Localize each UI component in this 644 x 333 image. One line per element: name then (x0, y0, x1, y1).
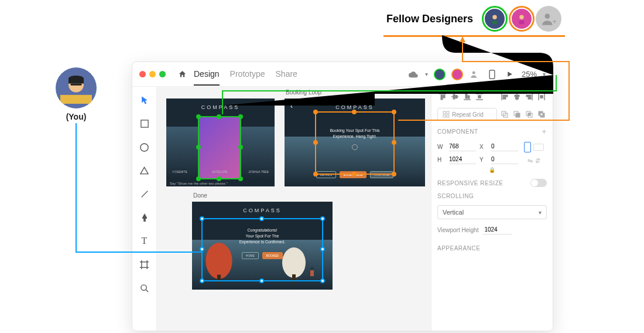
svg-rect-70 (540, 113, 543, 115)
align-right-icon[interactable] (524, 91, 535, 102)
svg-rect-41 (468, 96, 470, 98)
align-vcenter-icon[interactable] (450, 91, 460, 102)
play-icon[interactable] (504, 69, 516, 80)
artboard-tool-icon[interactable] (138, 258, 151, 271)
you-label: (You) (56, 112, 97, 121)
close-window-icon[interactable] (139, 71, 146, 77)
ellipse-tool-icon[interactable] (138, 141, 151, 154)
line-tool-icon[interactable] (138, 188, 151, 201)
canvas[interactable]: COMPASS Say "Show me the other two pleas… (157, 87, 431, 331)
select-tool-icon[interactable] (138, 94, 151, 107)
landscape-button[interactable] (533, 144, 544, 151)
lock-aspect-icon[interactable]: 🔒 (437, 167, 547, 173)
artboard-2-label: Booking Loop (286, 89, 321, 96)
repeat-grid-button[interactable]: Repeat Grid (437, 108, 497, 121)
zoom-level[interactable]: 25% (522, 70, 537, 79)
component-section-header: COMPONENT + (437, 127, 547, 136)
viewport-height-input[interactable] (483, 225, 512, 235)
svg-point-2 (519, 15, 523, 19)
svg-rect-46 (503, 95, 508, 97)
x-input[interactable] (491, 142, 518, 151)
align-top-icon[interactable] (437, 91, 448, 102)
artboard-3-label: Done (193, 192, 207, 199)
device-preview-icon[interactable] (487, 69, 498, 80)
transform-controls: W X H Y (437, 142, 518, 164)
artboard-2[interactable]: Booking Loop ‹ COMPASS Booking Your Spot… (285, 98, 425, 186)
svg-rect-58 (447, 111, 449, 114)
svg-marker-71 (460, 36, 465, 42)
titlebar: Design Prototype Share ▾ 25% ▾ (132, 62, 553, 87)
home-icon[interactable] (176, 69, 188, 80)
width-input[interactable] (449, 142, 476, 151)
svg-rect-56 (540, 96, 543, 98)
add-collaborator-icon: + (536, 6, 561, 32)
maximize-window-icon[interactable] (159, 71, 166, 77)
fellow-avatar-1 (482, 6, 508, 32)
responsive-toggle[interactable] (530, 179, 547, 187)
artboard-1-logo: COMPASS (166, 98, 275, 114)
svg-rect-37 (453, 94, 455, 99)
boolean-exclude-icon[interactable] (536, 109, 547, 120)
selection-blue[interactable] (201, 218, 323, 281)
svg-rect-35 (443, 95, 445, 98)
fellow-avatars: + (482, 6, 561, 32)
boolean-union-icon[interactable] (499, 109, 510, 120)
svg-rect-64 (516, 113, 520, 117)
polygon-tool-icon[interactable] (138, 164, 151, 177)
window-controls[interactable] (139, 71, 166, 77)
align-left-icon[interactable] (499, 91, 510, 102)
height-input[interactable] (449, 155, 476, 164)
y-input[interactable] (491, 155, 518, 164)
tab-prototype[interactable]: Prototype (230, 63, 265, 86)
selection-green[interactable] (198, 116, 241, 179)
fellow-avatar-2 (509, 6, 535, 32)
collaborator-avatar-2[interactable] (451, 69, 463, 80)
zoom-chevron-icon[interactable]: ▾ (543, 71, 546, 77)
appearance-section-header: APPEARANCE (437, 245, 547, 252)
svg-rect-3 (519, 21, 524, 24)
add-component-icon[interactable]: + (542, 127, 547, 136)
flip-v-icon[interactable]: ⇵ (535, 157, 540, 165)
artboard-3[interactable]: Done COMPASS Congratulations! Your Spot … (192, 202, 333, 290)
scrolling-section-header: SCROLLING (437, 193, 547, 199)
boolean-intersect-icon[interactable] (524, 109, 535, 120)
svg-rect-8 (70, 83, 81, 85)
svg-point-12 (141, 143, 148, 151)
text-tool-icon[interactable]: T (138, 235, 151, 247)
selection-orange[interactable] (315, 111, 395, 175)
artboard-1[interactable]: COMPASS Say "Show me the other two pleas… (166, 98, 275, 186)
flip-h-icon[interactable]: ⇋ (527, 157, 533, 165)
svg-rect-50 (516, 97, 519, 99)
you-avatar (56, 67, 97, 108)
viewport-height-label: Viewport Height (437, 227, 478, 233)
tools-toolbar: T (132, 87, 157, 331)
svg-rect-38 (455, 96, 457, 98)
collaborator-avatar-1[interactable] (434, 69, 446, 80)
svg-rect-11 (141, 120, 148, 127)
cloud-icon[interactable] (407, 69, 419, 80)
tab-design[interactable]: Design (194, 63, 220, 86)
fellow-designers-label: Fellow Designers (386, 13, 473, 25)
minimize-window-icon[interactable] (149, 71, 156, 77)
boolean-subtract-icon[interactable] (512, 109, 522, 120)
tab-share[interactable]: Share (276, 63, 297, 86)
you-callout: (You) (56, 67, 97, 121)
pen-tool-icon[interactable] (138, 211, 151, 224)
rectangle-tool-icon[interactable] (138, 117, 151, 130)
portrait-button[interactable] (524, 142, 531, 152)
distribute-v-icon[interactable] (474, 91, 485, 102)
svg-line-24 (146, 290, 148, 292)
artboard-1-footer: Say "Show me the other two please." (170, 182, 228, 185)
scrolling-select[interactable]: Vertical ▾ (437, 205, 547, 219)
back-chevron-icon: ‹ (290, 102, 293, 110)
align-hcenter-icon[interactable] (512, 91, 522, 102)
zoom-tool-icon[interactable] (138, 281, 151, 294)
svg-line-13 (141, 191, 148, 198)
svg-point-0 (492, 15, 496, 19)
invite-icon[interactable] (469, 69, 481, 80)
responsive-section-header: RESPONSIVE RESIZE (437, 179, 547, 187)
distribute-h-icon[interactable] (536, 91, 547, 102)
align-bottom-icon[interactable] (462, 91, 472, 102)
cloud-chevron-icon[interactable]: ▾ (425, 71, 428, 77)
align-vertical-group (437, 91, 485, 102)
